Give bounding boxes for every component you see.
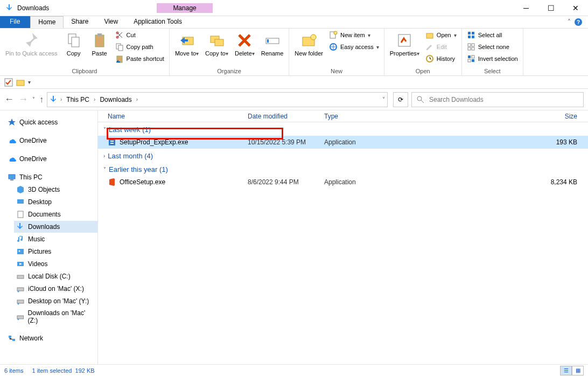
- tree-videos[interactable]: Videos: [14, 258, 97, 270]
- svg-rect-37: [17, 80, 24, 86]
- qat-dropdown-icon[interactable]: ▾: [28, 79, 31, 85]
- ribbon-group-select: Select: [465, 68, 520, 75]
- invert-selection-button[interactable]: Invert selection: [465, 53, 520, 64]
- refresh-button[interactable]: ⟳: [393, 92, 408, 107]
- cut-button[interactable]: Cut: [114, 30, 166, 40]
- tree-this-pc[interactable]: This PC: [5, 171, 97, 183]
- view-thumbnails-button[interactable]: ▦: [572, 366, 584, 375]
- paste-shortcut-button[interactable]: Paste shortcut: [114, 53, 166, 64]
- tree-desktop-mac[interactable]: Desktop on 'Mac' (Y:): [14, 295, 97, 307]
- rename-icon: [264, 32, 281, 49]
- column-type[interactable]: Type: [324, 113, 489, 120]
- maximize-button[interactable]: ☐: [538, 0, 563, 16]
- group-earlier-year[interactable]: ˅Earlier this year (1): [98, 162, 588, 176]
- svg-rect-29: [472, 44, 474, 46]
- ribbon-group-organize: Organize: [173, 68, 285, 75]
- easy-access-button[interactable]: Easy access▾: [327, 41, 381, 52]
- breadcrumb-downloads[interactable]: Downloads: [97, 96, 134, 103]
- view-details-button[interactable]: ☰: [560, 366, 572, 375]
- history-icon: [425, 54, 434, 63]
- column-name[interactable]: Name: [108, 113, 248, 120]
- new-item-button[interactable]: New item▾: [327, 30, 381, 40]
- delete-button[interactable]: Delete▾: [233, 30, 257, 58]
- group-last-week[interactable]: ˅Last week (1): [98, 122, 588, 136]
- invert-selection-icon: [467, 54, 475, 63]
- tab-share[interactable]: Share: [64, 16, 96, 28]
- tree-documents[interactable]: Documents: [14, 208, 97, 220]
- rename-button[interactable]: Rename: [259, 30, 286, 58]
- file-row-officesetup[interactable]: OfficeSetup.exe 8/6/2022 9:44 PM Applica…: [98, 176, 588, 189]
- tree-quick-access[interactable]: Quick access: [5, 116, 97, 128]
- new-folder-icon: [300, 32, 318, 49]
- ribbon: Pin to Quick access Copy Paste Cut Copy …: [0, 29, 588, 76]
- pin-to-quick-access-button[interactable]: Pin to Quick access: [3, 30, 60, 58]
- breadcrumb-dropdown[interactable]: ˅: [382, 96, 385, 102]
- svg-rect-28: [468, 44, 471, 46]
- move-to-button[interactable]: Move to▾: [173, 30, 201, 58]
- column-size[interactable]: Size: [489, 113, 588, 120]
- column-date[interactable]: Date modified: [248, 113, 324, 120]
- close-button[interactable]: ✕: [563, 0, 588, 16]
- minimize-button[interactable]: ─: [514, 0, 538, 16]
- ribbon-collapse-icon[interactable]: ˄: [568, 18, 571, 26]
- copy-to-button[interactable]: Copy to▾: [203, 30, 230, 58]
- window-title: Downloads: [17, 4, 49, 12]
- tree-onedrive-1[interactable]: OneDrive: [5, 135, 97, 147]
- search-input[interactable]: Search Downloads: [411, 92, 584, 107]
- svg-point-52: [17, 318, 19, 320]
- tree-onedrive-2[interactable]: OneDrive: [5, 153, 97, 165]
- svg-rect-22: [426, 33, 433, 38]
- svg-point-19: [334, 31, 337, 34]
- copy-button[interactable]: Copy: [62, 30, 86, 58]
- new-folder-button[interactable]: New folder: [292, 30, 325, 58]
- tree-icloud-mac[interactable]: iCloud on 'Mac' (X:): [14, 283, 97, 295]
- paste-button[interactable]: Paste: [88, 30, 111, 58]
- easy-access-icon: [329, 43, 338, 51]
- tree-downloads[interactable]: Downloads: [14, 221, 97, 233]
- group-last-month[interactable]: ›Last month (4): [98, 149, 588, 162]
- svg-rect-31: [472, 47, 474, 50]
- svg-rect-4: [95, 35, 104, 47]
- cube-icon: [16, 185, 25, 194]
- tab-home[interactable]: Home: [30, 16, 64, 28]
- tree-downloads-mac[interactable]: Downloads on 'Mac' (Z:): [14, 308, 97, 326]
- tree-local-disk[interactable]: Local Disk (C:): [14, 270, 97, 282]
- nav-recent-dropdown[interactable]: ˅: [32, 96, 35, 102]
- properties-button[interactable]: Properties▾: [388, 30, 422, 58]
- copy-path-button[interactable]: Copy path: [114, 41, 166, 52]
- tree-3d-objects[interactable]: 3D Objects: [14, 184, 97, 196]
- breadcrumb-this-pc[interactable]: This PC: [64, 96, 92, 103]
- open-button[interactable]: Open▾: [424, 30, 458, 40]
- downloads-icon: [16, 222, 25, 231]
- svg-rect-53: [9, 336, 11, 338]
- tree-pictures[interactable]: Pictures: [14, 246, 97, 257]
- drive-icon: [16, 272, 25, 281]
- svg-point-38: [417, 96, 422, 101]
- tree-music[interactable]: Music: [14, 233, 97, 245]
- onedrive-icon: [8, 155, 16, 163]
- contextual-tab-manage[interactable]: Manage: [157, 3, 212, 13]
- paste-icon: [91, 32, 108, 49]
- tree-desktop[interactable]: Desktop: [14, 196, 97, 208]
- ribbon-tabs: File Home Share View Application Tools ˄…: [0, 16, 588, 29]
- breadcrumb[interactable]: › This PC › Downloads › ˅: [47, 92, 388, 107]
- svg-rect-24: [468, 32, 471, 34]
- tab-file[interactable]: File: [0, 16, 30, 28]
- select-all-button[interactable]: Select all: [465, 30, 520, 40]
- tab-view[interactable]: View: [96, 16, 126, 28]
- qat-folder-icon[interactable]: [16, 78, 25, 87]
- nav-forward-button[interactable]: →: [18, 94, 28, 105]
- svg-rect-49: [17, 300, 24, 303]
- nav-up-button[interactable]: ↑: [39, 95, 44, 105]
- tab-application-tools[interactable]: Application Tools: [126, 16, 190, 28]
- edit-button[interactable]: Edit: [424, 41, 458, 52]
- tree-network[interactable]: Network: [5, 332, 97, 344]
- help-icon[interactable]: ?: [574, 18, 583, 26]
- history-button[interactable]: History: [424, 53, 458, 64]
- select-none-button[interactable]: Select none: [465, 41, 520, 52]
- qat-checkbox-icon[interactable]: [4, 78, 13, 87]
- svg-rect-25: [472, 32, 474, 34]
- file-row-setupprod[interactable]: SetupProd_ExpExp.exe 10/15/2022 5:39 PM …: [98, 136, 588, 149]
- office-icon: [108, 178, 116, 186]
- nav-back-button[interactable]: ←: [4, 94, 14, 105]
